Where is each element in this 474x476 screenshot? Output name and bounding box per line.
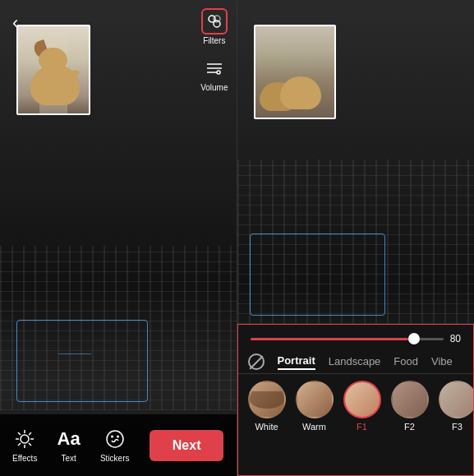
back-button[interactable]: ‹ <box>12 12 18 34</box>
stickers-button[interactable]: Stickers <box>100 427 130 463</box>
volume-button[interactable]: Volume <box>200 55 228 92</box>
filter-label-warm: Warm <box>302 422 326 432</box>
next-button[interactable]: Next <box>150 430 224 461</box>
filter-f2[interactable]: F2 <box>391 381 429 432</box>
left-panel: ‹ Filters Volume <box>0 0 237 476</box>
trackpad-left <box>16 320 148 402</box>
svg-line-12 <box>18 432 21 435</box>
dog-image-left <box>18 26 89 113</box>
intensity-value: 80 <box>450 333 461 344</box>
svg-point-2 <box>214 16 220 22</box>
filter-avatar-warm <box>296 381 334 418</box>
filters-label: Filters <box>203 36 225 45</box>
filter-white[interactable]: White <box>248 381 286 432</box>
filter-avatar-f1 <box>343 381 381 418</box>
filter-tabs: Portrait Landscape Food Vibe <box>238 349 474 374</box>
dog-image-right <box>255 26 334 118</box>
dog-head-left <box>39 48 67 72</box>
svg-point-16 <box>107 431 123 447</box>
tab-portrait[interactable]: Portrait <box>278 353 315 370</box>
no-filter-icon[interactable] <box>248 354 265 370</box>
intensity-row: 80 <box>238 325 474 349</box>
svg-point-18 <box>117 436 119 438</box>
intensity-thumb[interactable] <box>408 333 420 344</box>
filter-avatar-f2 <box>391 381 429 418</box>
trackpad-right <box>250 233 385 316</box>
tab-landscape[interactable]: Landscape <box>329 354 381 369</box>
filter-label-f1: F1 <box>357 422 367 432</box>
dog-body-right <box>280 76 321 109</box>
text-button[interactable]: Aa Text <box>58 427 81 463</box>
svg-line-15 <box>18 443 21 446</box>
filter-label-f2: F2 <box>404 422 415 432</box>
filters-icon <box>201 8 228 35</box>
intensity-slider[interactable] <box>251 338 444 340</box>
stickers-icon <box>104 427 127 451</box>
bottom-toolbar: Effects Aa Text Stickers Next <box>0 414 237 476</box>
filter-panel: 80 Portrait Landscape Food Vibe White Wa… <box>237 324 475 476</box>
svg-line-14 <box>29 432 31 435</box>
tab-food[interactable]: Food <box>393 354 418 369</box>
svg-point-7 <box>21 435 29 443</box>
tab-vibe[interactable]: Vibe <box>431 354 453 369</box>
filter-f1[interactable]: F1 <box>343 381 381 432</box>
right-panel: 80 Portrait Landscape Food Vibe White Wa… <box>237 0 475 476</box>
filter-label-white: White <box>255 422 278 432</box>
svg-line-13 <box>29 443 31 446</box>
video-thumbnail-right <box>254 25 336 119</box>
filter-avatar-f3 <box>439 381 474 418</box>
filter-label-f3: F3 <box>452 422 462 432</box>
effects-label: Effects <box>12 454 37 463</box>
stickers-label: Stickers <box>100 454 130 463</box>
volume-icon <box>201 55 228 81</box>
text-icon: Aa <box>58 427 81 451</box>
filter-f3[interactable]: F3 <box>439 381 474 432</box>
effects-icon <box>13 427 36 451</box>
filter-list: White Warm F1 F2 F3 <box>238 374 474 438</box>
effects-button[interactable]: Effects <box>12 427 37 463</box>
svg-point-6 <box>217 71 220 74</box>
volume-label: Volume <box>200 83 228 92</box>
filters-button[interactable]: Filters <box>201 8 228 45</box>
right-toolbar: Filters Volume <box>200 8 228 92</box>
video-thumbnail-left <box>16 25 90 115</box>
svg-point-17 <box>111 436 113 438</box>
text-label: Text <box>62 454 76 463</box>
filter-avatar-white <box>248 381 286 418</box>
filter-warm[interactable]: Warm <box>296 381 334 432</box>
